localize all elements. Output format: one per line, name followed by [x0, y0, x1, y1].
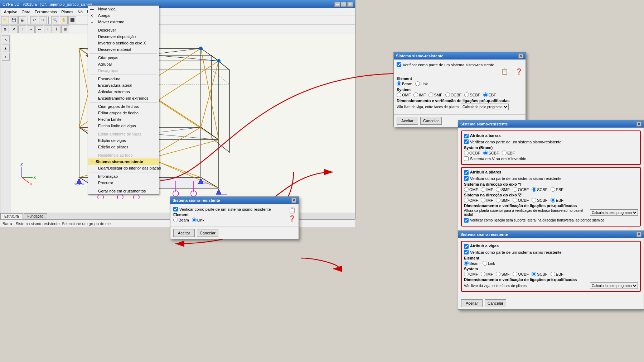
ctx-nova-viga[interactable]: —Nova viga — [88, 6, 159, 12]
vigas-imf-radio[interactable] — [481, 272, 485, 276]
dialog-small-aceitar-button[interactable]: Aceitar — [397, 117, 418, 125]
menu-planos[interactable]: Planos — [59, 9, 76, 15]
dialog-medium-close-button[interactable]: ✕ — [291, 198, 296, 203]
dialog-vigas-cancelar-button[interactable]: Cancelar — [485, 299, 506, 307]
dialog-small-omf-radio[interactable] — [397, 92, 401, 97]
ctx-descrever[interactable]: Descrever — [88, 27, 159, 33]
ctx-editar-grupos[interactable]: Editar grupos de flecha — [88, 110, 159, 116]
dialog-vigas-atribuir-checkbox[interactable] — [464, 244, 469, 249]
dialog-small-imf-radio[interactable] — [413, 92, 418, 97]
dialog-large-barras-ocbf-radio[interactable] — [464, 151, 469, 155]
ctx-encurvadura-lat[interactable]: Encurvadura lateral — [88, 82, 159, 89]
menu-obra[interactable]: Obra — [19, 9, 32, 15]
dialog-large-barras-ebf-radio[interactable] — [502, 151, 507, 155]
pilares-imf-z-radio[interactable] — [481, 198, 485, 203]
ctx-flecha-limite-vigas[interactable]: Flecha limite de vigas — [88, 123, 159, 129]
pilares-ebf-z-radio[interactable] — [551, 198, 555, 203]
dialog-large-barras-atribuir-checkbox[interactable] — [464, 134, 469, 138]
toolbar-btn-4[interactable]: ⊕ — [1, 25, 9, 33]
dialog-vigas-verificar-checkbox[interactable] — [464, 250, 469, 254]
dialog-small-smf-radio[interactable] — [428, 92, 433, 97]
dialog-large-lateral-checkbox[interactable] — [464, 218, 469, 223]
dialog-medium-cancelar-button[interactable]: Cancelar — [197, 229, 218, 237]
dialog-small-close-button[interactable]: ✕ — [518, 53, 523, 58]
ctx-gerar-nos[interactable]: Gerar nós em cruzamentos — [88, 188, 159, 194]
toolbar-btn-5[interactable]: ↗ — [10, 25, 18, 33]
dialog-vigas-vao-select[interactable]: Calculada pelo programa — [590, 282, 638, 289]
dialog-large-altura-select[interactable]: Calculada pelo programa — [590, 209, 638, 216]
pilares-omf-y-radio[interactable] — [464, 187, 469, 192]
ctx-procurar[interactable]: Procurar — [88, 180, 159, 186]
toolbar-btn-8[interactable]: ⇔ — [35, 25, 43, 33]
tab-fundacao[interactable]: Fundação — [24, 213, 47, 219]
menu-no[interactable]: Nó — [76, 9, 85, 15]
dialog-medium-beam-radio[interactable] — [173, 218, 178, 222]
vigas-ocbf-radio[interactable] — [513, 272, 517, 276]
dialog-small-verificar-checkbox[interactable] — [397, 62, 401, 67]
dialog-large-pilares-atribuir-checkbox[interactable] — [464, 170, 469, 175]
vigas-ebf-radio[interactable] — [551, 272, 555, 276]
ctx-ligar-desligar[interactable]: Ligar/Desligar do interior das placas — [88, 165, 159, 171]
dialog-small-ebf-radio[interactable] — [483, 92, 488, 97]
pilares-ocbf-y-radio[interactable] — [513, 187, 517, 192]
toolbar-btn-undo[interactable]: ↩ — [30, 16, 38, 24]
dialog-large-close-button[interactable]: ✕ — [636, 122, 641, 127]
sidebar-btn-1[interactable]: ↖ — [2, 35, 10, 43]
dialog-large-pilares-verificar-checkbox[interactable] — [464, 176, 469, 181]
minimize-button[interactable]: — — [334, 2, 340, 7]
toolbar-btn-2[interactable]: 💾 — [10, 16, 18, 24]
ctx-descrever-disp[interactable]: Descrever disposição — [88, 33, 159, 40]
dialog-medium-aceitar-button[interactable]: Aceitar — [173, 229, 195, 237]
vigas-link-radio[interactable] — [483, 261, 487, 266]
ctx-articular[interactable]: Articular extremos — [88, 89, 159, 95]
pilares-ocbf-z-radio[interactable] — [513, 198, 517, 203]
dialog-small-link-radio[interactable] — [415, 81, 420, 86]
ctx-criar-grupos[interactable]: Criar grupos de flechas — [88, 103, 159, 110]
ctx-edicao-vigas[interactable]: Edição de vigas — [88, 137, 159, 144]
toolbar-btn-9[interactable]: I — [44, 25, 52, 33]
tab-estrutura[interactable]: Estrutura — [0, 213, 23, 219]
ctx-sistema-sismo[interactable]: → Sistema sismo-resistente — [88, 158, 159, 165]
toolbar-btn-11[interactable]: ⊞ — [61, 25, 69, 33]
toolbar-btn-6[interactable]: ↑ — [18, 25, 26, 33]
pilares-smf-y-radio[interactable] — [496, 187, 500, 192]
dialog-small-vao-select[interactable]: Calculada pelo programa — [461, 104, 509, 110]
sidebar-btn-3[interactable]: ↕ — [2, 53, 10, 61]
vigas-scbf-radio[interactable] — [532, 272, 536, 276]
pilares-smf-z-radio[interactable] — [496, 198, 500, 203]
ctx-encurvadura[interactable]: Encurvadura — [88, 76, 159, 82]
dialog-small-beam-radio[interactable] — [397, 81, 401, 86]
dialog-medium-verificar-checkbox[interactable] — [173, 207, 178, 211]
dialog-large-barras-scbf-radio[interactable] — [483, 151, 488, 155]
dialog-vigas-close-button[interactable]: ✕ — [636, 232, 641, 237]
toolbar-btn-pan[interactable]: ✋ — [60, 16, 68, 24]
menu-arquivo[interactable]: Arquivo — [2, 9, 19, 15]
dialog-small-ocbf-radio[interactable] — [445, 92, 450, 97]
pilares-ebf-y-radio[interactable] — [551, 187, 555, 192]
close-button[interactable]: ✕ — [347, 2, 353, 7]
toolbar-btn-redo[interactable]: ↪ — [39, 16, 47, 24]
toolbar-btn-3d[interactable]: ⬛ — [68, 16, 76, 24]
pilares-scbf-y-radio[interactable] — [532, 187, 536, 192]
ctx-descrever-mat[interactable]: Descrever material — [88, 46, 159, 53]
maximize-button[interactable]: □ — [341, 2, 347, 7]
dialog-large-barras-verificar-checkbox[interactable] — [464, 139, 469, 144]
toolbar-btn-7[interactable]: ↔ — [27, 25, 35, 33]
dialog-small-scbf-radio[interactable] — [464, 92, 469, 97]
ctx-criar-pecas[interactable]: Criar peças — [88, 54, 159, 61]
menu-ferramentas[interactable]: Ferramentas — [33, 9, 59, 15]
pilares-omf-z-radio[interactable] — [464, 198, 469, 203]
viewport[interactable]: X Z Y — [11, 34, 355, 213]
toolbar-btn-1[interactable]: 📁 — [1, 16, 9, 24]
ctx-encastramento[interactable]: Encastramento em extremos — [88, 95, 159, 101]
ctx-edicao-pilares[interactable]: Edição de pilares — [88, 144, 159, 150]
ctx-apagar[interactable]: ✕Apagar — [88, 12, 159, 19]
vigas-omf-radio[interactable] — [464, 272, 469, 276]
dialog-large-barras-vsystem-checkbox[interactable] — [464, 156, 469, 161]
pilares-scbf-z-radio[interactable] — [532, 198, 536, 203]
ctx-agrupar[interactable]: Agrupar — [88, 61, 159, 67]
ctx-informacao[interactable]: Informação — [88, 173, 159, 180]
toolbar-btn-zoom[interactable]: 🔍 — [51, 16, 59, 24]
pilares-imf-y-radio[interactable] — [481, 187, 485, 192]
sidebar-btn-2[interactable]: ▲ — [2, 44, 10, 52]
